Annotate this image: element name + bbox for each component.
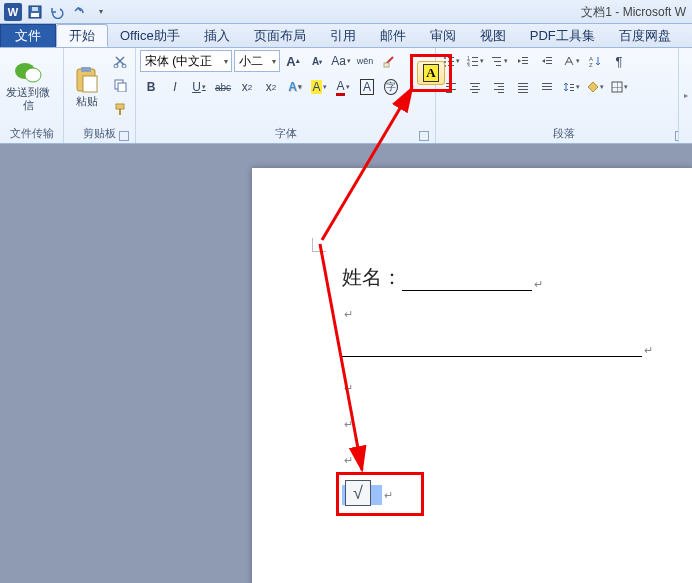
clear-format-button[interactable] [378, 50, 400, 72]
font-name-combo[interactable]: 宋体 (中文正 [140, 50, 232, 72]
underline-name [402, 289, 532, 291]
tab-references[interactable]: 引用 [318, 24, 368, 47]
quick-access-toolbar: W ▾ [0, 3, 114, 21]
ribbon-collapse-icon[interactable] [678, 48, 692, 143]
tab-page-layout[interactable]: 页面布局 [242, 24, 318, 47]
tab-baidu-netdisk[interactable]: 百度网盘 [607, 24, 683, 47]
doc-line-name[interactable]: 姓名： ↵ [342, 264, 543, 291]
cut-button[interactable] [109, 50, 131, 72]
document-workspace: 姓名： ↵ ↵ ↵ ↵ ↵ ↵ √ ↵ [0, 144, 692, 583]
shading-button[interactable] [584, 76, 606, 98]
numbering-button[interactable]: 123 [464, 50, 486, 72]
borders-button[interactable] [608, 76, 630, 98]
doc-empty-para-1[interactable]: ↵ [342, 308, 353, 321]
word-app-icon[interactable]: W [4, 3, 22, 21]
phonetic-guide-button[interactable]: wēn [354, 50, 376, 72]
title-bar: W ▾ 文档1 - Microsoft W [0, 0, 692, 24]
char-border-icon: A [423, 64, 438, 82]
align-center-button[interactable] [464, 76, 486, 98]
font-launcher-icon[interactable] [419, 131, 429, 141]
group-clipboard: 粘贴 剪贴板 [64, 48, 136, 143]
tab-pdf-tools[interactable]: PDF工具集 [518, 24, 607, 47]
svg-rect-35 [546, 63, 552, 64]
svg-rect-47 [498, 86, 504, 87]
align-right-button[interactable] [488, 76, 510, 98]
shrink-font-button[interactable]: A▾ [306, 50, 328, 72]
tab-view[interactable]: 视图 [468, 24, 518, 47]
svg-rect-22 [472, 57, 478, 58]
svg-rect-29 [496, 65, 501, 66]
increase-indent-button[interactable] [536, 50, 558, 72]
tab-file[interactable]: 文件 [0, 24, 56, 47]
format-painter-button[interactable] [109, 98, 131, 120]
font-color-button[interactable]: A [332, 76, 354, 98]
svg-rect-12 [116, 104, 124, 109]
italic-button[interactable]: I [164, 76, 186, 98]
multilevel-list-button[interactable] [488, 50, 510, 72]
strike-button[interactable]: abc [212, 76, 234, 98]
show-marks-button[interactable]: ¶ [608, 50, 630, 72]
save-icon[interactable] [26, 3, 44, 21]
wechat-icon [14, 60, 42, 84]
underline-button[interactable]: U [188, 76, 210, 98]
svg-point-4 [25, 68, 41, 82]
doc-line-underline[interactable]: ↵ [342, 344, 653, 357]
asian-layout-button[interactable] [560, 50, 582, 72]
sort-button[interactable]: AZ [584, 50, 606, 72]
document-page[interactable]: 姓名： ↵ ↵ ↵ ↵ ↵ ↵ √ ↵ [252, 168, 692, 583]
line-spacing-button[interactable] [560, 76, 582, 98]
para-mark-icon: ↵ [344, 418, 353, 431]
grow-font-button[interactable]: A▴ [282, 50, 304, 72]
text-effects-button[interactable]: A [284, 76, 306, 98]
svg-rect-49 [498, 92, 504, 93]
group-font-label: 字体 [140, 124, 431, 143]
svg-rect-48 [494, 89, 504, 90]
window-title: 文档1 - Microsoft W [581, 4, 686, 21]
svg-rect-43 [472, 86, 478, 87]
annotation-red-box-ribbon: A [410, 54, 452, 92]
qat-customize-icon[interactable]: ▾ [92, 3, 110, 21]
subscript-button[interactable]: x2 [236, 76, 258, 98]
svg-rect-24 [472, 61, 478, 62]
send-to-wechat-button[interactable]: 发送到微信 [4, 50, 52, 122]
change-case-button[interactable]: Aa [330, 50, 352, 72]
svg-rect-42 [470, 83, 480, 84]
tab-office-assistant[interactable]: Office助手 [108, 24, 192, 47]
svg-rect-51 [518, 86, 528, 87]
para-mark-icon: ↵ [644, 344, 653, 357]
svg-rect-6 [81, 67, 91, 72]
paste-label: 粘贴 [76, 95, 98, 108]
justify-button[interactable] [512, 76, 534, 98]
tab-review[interactable]: 审阅 [418, 24, 468, 47]
tab-mailings[interactable]: 邮件 [368, 24, 418, 47]
undo-icon[interactable] [48, 3, 66, 21]
margin-corner-marker [312, 238, 326, 252]
redo-icon[interactable] [70, 3, 88, 21]
para-mark-icon: ↵ [344, 382, 353, 395]
doc-empty-para-4[interactable]: ↵ [342, 454, 353, 467]
svg-rect-14 [384, 63, 389, 67]
text-highlight-button[interactable]: A [308, 76, 330, 98]
svg-rect-54 [542, 83, 552, 84]
tab-insert[interactable]: 插入 [192, 24, 242, 47]
svg-rect-1 [31, 13, 39, 17]
doc-empty-para-2[interactable]: ↵ [342, 382, 353, 395]
tab-home[interactable]: 开始 [56, 24, 108, 47]
bold-button[interactable]: B [140, 76, 162, 98]
clipboard-launcher-icon[interactable] [119, 131, 129, 141]
paste-button[interactable]: 粘贴 [68, 50, 105, 122]
group-file-transfer: 发送到微信 文件传输 [0, 48, 64, 143]
copy-button[interactable] [109, 74, 131, 96]
decrease-indent-button[interactable] [512, 50, 534, 72]
svg-rect-57 [570, 84, 574, 85]
superscript-button[interactable]: x2 [260, 76, 282, 98]
enclosed-char-button[interactable]: 字 [380, 76, 402, 98]
char-border-button-highlighted[interactable]: A [417, 61, 445, 85]
svg-text:Z: Z [589, 62, 593, 67]
svg-rect-2 [32, 7, 38, 11]
svg-rect-31 [522, 60, 528, 61]
doc-empty-para-3[interactable]: ↵ [342, 418, 353, 431]
font-size-combo[interactable]: 小二 [234, 50, 280, 72]
distribute-button[interactable] [536, 76, 558, 98]
char-border-button[interactable]: A [356, 76, 378, 98]
